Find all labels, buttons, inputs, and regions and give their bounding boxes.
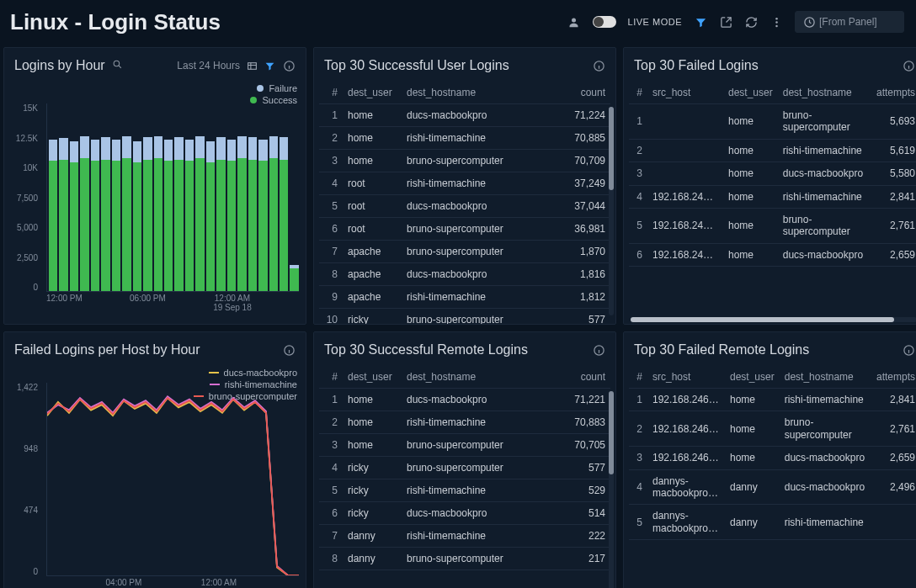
- panel-filter-icon[interactable]: [264, 61, 275, 72]
- bar[interactable]: [154, 103, 162, 291]
- table-row[interactable]: 5rootducs-macbookpro37,044: [319, 195, 610, 218]
- failed-remote-table[interactable]: # src_host dest_user dest_hostname attem…: [629, 366, 916, 540]
- bar[interactable]: [112, 103, 120, 291]
- table-row[interactable]: 6192.168.246.14homeducs-macbookpro2,659: [629, 243, 916, 266]
- scrollbar-horizontal[interactable]: [631, 317, 916, 322]
- bar[interactable]: [143, 103, 152, 291]
- table-row[interactable]: 8apacheducs-macbookpro1,816: [319, 263, 610, 286]
- panel-failed-remote: Top 30 Failed Remote Logins # src_host d…: [623, 331, 916, 588]
- bar[interactable]: [227, 103, 236, 291]
- table-row[interactable]: 2homerishi-timemachine70,883: [319, 411, 610, 434]
- table-row[interactable]: 2192.168.246.14homebruno-supercomputer2,…: [629, 411, 916, 447]
- info-icon[interactable]: [282, 59, 296, 72]
- bar[interactable]: [195, 103, 204, 291]
- info-icon[interactable]: [592, 59, 605, 72]
- panel-failed-logins: Top 30 Failed Logins # src_host dest_use…: [623, 47, 916, 325]
- magnify-icon[interactable]: [112, 60, 123, 72]
- timerange-select[interactable]: [From Panel]: [795, 11, 904, 33]
- bar[interactable]: [122, 103, 130, 291]
- timerange-text: [From Panel]: [819, 16, 877, 28]
- table-row[interactable]: 8dannybruno-supercomputer217: [319, 548, 610, 570]
- bar[interactable]: [280, 103, 288, 291]
- svg-point-1: [775, 17, 778, 19]
- table-row[interactable]: 1192.168.246.14homerishi-timemachine2,84…: [629, 389, 916, 411]
- table-row[interactable]: 4dannys-macbookpro.localdannyducs-macboo…: [629, 469, 916, 505]
- bar[interactable]: [237, 103, 246, 291]
- bar[interactable]: [70, 103, 78, 291]
- table-row[interactable]: 7apachebruno-supercomputer1,870: [319, 241, 610, 263]
- table-row[interactable]: 9apacherishi-timemachine1,812: [319, 286, 610, 309]
- table-row[interactable]: 3homebruno-supercomputer70,705: [319, 434, 610, 457]
- info-icon[interactable]: [592, 343, 605, 357]
- table-view-icon[interactable]: [247, 61, 258, 72]
- filter-icon[interactable]: [694, 15, 707, 29]
- panel-title: Logins by Hour: [14, 58, 123, 73]
- share-icon[interactable]: [719, 15, 732, 29]
- time-range-label: Last 24 Hours: [177, 60, 240, 72]
- bar[interactable]: [258, 103, 267, 291]
- page-title: Linux - Login Status: [10, 9, 221, 35]
- table-row[interactable]: 1homeducs-macbookpro71,221: [319, 389, 610, 411]
- bar[interactable]: [101, 103, 109, 291]
- svg-point-0: [572, 18, 576, 22]
- info-icon[interactable]: [902, 59, 915, 72]
- table-row[interactable]: 4rickybruno-supercomputer577: [319, 457, 610, 479]
- bar[interactable]: [248, 103, 257, 291]
- panel-title: Top 30 Failed Remote Logins: [634, 342, 809, 358]
- bar[interactable]: [206, 103, 215, 291]
- table-row[interactable]: 6rootbruno-supercomputer36,981: [319, 218, 610, 241]
- table-row[interactable]: 3192.168.246.14homeducs-macbookpro2,659: [629, 447, 916, 469]
- bar[interactable]: [164, 103, 173, 291]
- bar[interactable]: [49, 103, 57, 291]
- table-row[interactable]: 5192.168.246.14homebruno-supercomputer2,…: [629, 208, 916, 243]
- bar-container: [46, 103, 299, 292]
- table-row[interactable]: 1homeducs-macbookpro71,224: [319, 104, 610, 127]
- table-row[interactable]: 3homeducs-macbookpro5,580: [629, 162, 916, 185]
- table-row[interactable]: 6rickyducs-macbookpro514: [319, 502, 610, 525]
- svg-point-5: [114, 61, 120, 66]
- table-row[interactable]: 4192.168.246.14homerishi-timemachine2,84…: [629, 185, 916, 208]
- kebab-menu-icon[interactable]: [770, 15, 783, 29]
- table-row[interactable]: 1homebruno-supercomputer5,693: [629, 104, 916, 140]
- x-axis-labels: 12:00 PM 06:00 PM 12:00 AM19 Sep 18: [46, 294, 299, 317]
- clock-icon: [802, 15, 816, 29]
- successful-logins-table[interactable]: # dest_user dest_hostname count 1homeduc…: [319, 82, 610, 324]
- scrollbar-vertical[interactable]: [609, 391, 614, 588]
- bar[interactable]: [185, 103, 194, 291]
- bar[interactable]: [216, 103, 225, 291]
- svg-rect-6: [248, 62, 257, 69]
- x-axis-labels: 04:00 PM 12:00 AM19 Sep 18: [46, 578, 299, 588]
- info-icon[interactable]: [282, 343, 296, 357]
- bar[interactable]: [91, 103, 99, 291]
- table-row[interactable]: 7dannyrishi-timemachine222: [319, 525, 610, 548]
- table-row[interactable]: 5rickyrishi-timemachine529: [319, 479, 610, 502]
- user-icon[interactable]: [567, 15, 581, 29]
- y-axis-labels: 1,422 948 474 0: [9, 383, 38, 576]
- panel-title: Top 30 Failed Logins: [634, 58, 759, 73]
- bar[interactable]: [133, 103, 141, 291]
- logins-by-hour-chart[interactable]: Failure Success 15K 12.5K 10K 7,500 5,00…: [4, 82, 306, 324]
- line-plot: [46, 383, 299, 576]
- refresh-icon[interactable]: [744, 15, 758, 29]
- bar[interactable]: [59, 103, 67, 291]
- bar[interactable]: [269, 103, 278, 291]
- table-row[interactable]: 10rickybruno-supercomputer577: [319, 309, 610, 325]
- info-icon[interactable]: [902, 343, 915, 357]
- table-row[interactable]: 2homerishi-timemachine70,885: [319, 127, 610, 150]
- bar[interactable]: [80, 103, 88, 291]
- table-row[interactable]: 3homebruno-supercomputer70,709: [319, 150, 610, 172]
- failed-per-host-chart[interactable]: ducs-macbookpro rishi-timemachine bruno-…: [4, 366, 306, 588]
- table-row[interactable]: 2homerishi-timemachine5,619: [629, 139, 916, 162]
- failed-logins-table[interactable]: # src_host dest_user dest_hostname attem…: [629, 82, 916, 267]
- dashboard-grid: Logins by Hour Last 24 Hours F: [0, 47, 916, 588]
- scrollbar-vertical[interactable]: [609, 107, 614, 315]
- live-mode-toggle[interactable]: [593, 16, 616, 28]
- bar[interactable]: [174, 103, 183, 291]
- table-row[interactable]: 5dannys-macbookpro.localdannyrishi-timem…: [629, 505, 916, 540]
- bar[interactable]: [290, 103, 298, 291]
- legend-swatch: [209, 372, 219, 373]
- panel-logins-by-hour: Logins by Hour Last 24 Hours F: [3, 47, 306, 325]
- panel-successful-logins: Top 30 Successful User Logins # dest_use…: [313, 47, 616, 325]
- table-row[interactable]: 4rootrishi-timemachine37,249: [319, 172, 610, 195]
- successful-remote-table[interactable]: # dest_user dest_hostname count 1homeduc…: [319, 366, 610, 570]
